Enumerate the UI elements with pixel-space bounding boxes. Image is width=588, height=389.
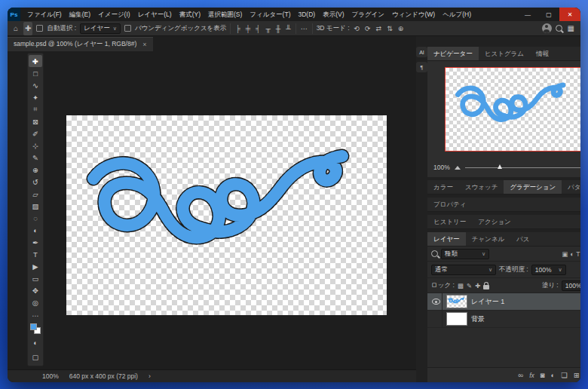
background-thumbnail[interactable] — [446, 312, 467, 326]
workspace-switcher-icon[interactable]: ▦ — [566, 22, 576, 35]
tab-paths[interactable]: パス — [510, 232, 535, 246]
lock-pixels-icon[interactable]: ✎ — [467, 282, 472, 289]
align-center-v-icon[interactable]: ╫ — [275, 25, 281, 32]
lock-all-icon[interactable] — [483, 285, 489, 289]
menu-type[interactable]: 書式(Y) — [176, 8, 204, 21]
3d-scale-icon[interactable]: ⊕ — [397, 25, 405, 32]
tab-swatches[interactable]: スウォッチ — [459, 180, 504, 194]
layer-group-icon[interactable]: ❏ — [561, 371, 568, 379]
auto-select-target-dropdown[interactable]: レイヤー ∨ — [80, 23, 121, 34]
move-tool[interactable]: ✚ — [29, 55, 42, 67]
ai-panel-icon[interactable]: AI — [416, 47, 427, 57]
layer-filter-kind-dropdown[interactable]: 種類 ∨ — [441, 249, 489, 259]
opacity-dropdown[interactable]: 100% ∨ — [531, 265, 566, 275]
crop-tool[interactable]: ⌗ — [29, 103, 42, 115]
adjustment-layer-icon[interactable]: ◐ — [551, 371, 556, 379]
history-brush-tool[interactable]: ↺ — [29, 176, 42, 188]
tab-actions[interactable]: アクション — [472, 215, 517, 228]
navigator-zoom-slider[interactable] — [465, 164, 580, 171]
zoom-slider-thumb[interactable] — [498, 164, 502, 169]
tab-channels[interactable]: チャンネル — [466, 232, 511, 246]
menu-plugins[interactable]: プラグイン — [348, 8, 388, 21]
foreground-color-swatch[interactable] — [30, 323, 37, 330]
navigator-zoom-value[interactable]: 100% — [433, 164, 450, 171]
quick-mask-icon[interactable]: ◐ — [29, 336, 42, 348]
lock-position-icon[interactable]: ✚ — [475, 282, 480, 289]
3d-drag-icon[interactable]: ⇄ — [375, 25, 383, 32]
menu-3d[interactable]: 3D(D) — [294, 8, 319, 21]
canvas[interactable] — [66, 115, 387, 315]
search-icon[interactable] — [556, 25, 562, 32]
dodge-tool[interactable]: ◐ — [29, 224, 42, 236]
new-layer-icon[interactable]: ⊞ — [574, 371, 580, 379]
more-options-icon[interactable]: ⋯ — [300, 25, 308, 32]
tab-layers[interactable]: レイヤー — [427, 232, 466, 246]
menu-help[interactable]: ヘルプ(H) — [439, 8, 475, 21]
frame-tool[interactable]: ⊠ — [29, 115, 42, 127]
close-button[interactable]: ✕ — [559, 8, 580, 21]
align-right-icon[interactable]: ╡ — [255, 25, 261, 32]
tab-navigator[interactable]: ナビゲーター — [427, 47, 479, 60]
eraser-tool[interactable]: ▱ — [29, 188, 42, 200]
filter-pixel-icon[interactable]: ▣ — [562, 250, 568, 258]
home-icon[interactable]: ⌂ — [12, 22, 20, 35]
tab-history[interactable]: ヒストリー — [427, 215, 472, 228]
screen-mode-icon[interactable]: ▢ — [29, 351, 42, 363]
hand-tool[interactable]: ✥ — [29, 284, 42, 296]
show-bounding-box-checkbox[interactable] — [124, 25, 131, 32]
visibility-cell[interactable] — [430, 311, 443, 327]
tab-gradients[interactable]: グラデーション — [504, 180, 562, 194]
active-tool-icon[interactable]: ✚ — [23, 22, 32, 35]
menu-select[interactable]: 選択範囲(S) — [204, 8, 246, 21]
layer1-thumbnail[interactable] — [446, 295, 467, 308]
lock-transparent-icon[interactable]: ▩ — [458, 282, 464, 289]
path-selection-tool[interactable]: ▶ — [29, 260, 42, 272]
layer-style-icon[interactable]: fx — [529, 372, 534, 379]
lasso-tool[interactable]: ∿ — [29, 79, 42, 91]
maximize-button[interactable]: ▢ — [538, 8, 559, 21]
marquee-tool[interactable]: □ — [29, 67, 42, 79]
layer-mask-icon[interactable]: ◙ — [541, 371, 545, 379]
3d-rotate-icon[interactable]: ⟲ — [354, 25, 361, 32]
clone-stamp-tool[interactable]: ⊕ — [29, 164, 42, 176]
blur-tool[interactable]: ◌ — [29, 212, 42, 224]
shape-tool[interactable]: ▭ — [29, 272, 42, 284]
align-bottom-icon[interactable]: ╨ — [285, 25, 291, 32]
visibility-eye-icon[interactable] — [432, 299, 440, 305]
layer-name[interactable]: 背景 — [471, 314, 485, 324]
menu-filter[interactable]: フィルター(T) — [246, 8, 294, 21]
document-tab[interactable]: sample.psd @ 100% (レイヤー 1, RGB/8#) × — [8, 37, 153, 51]
fill-dropdown[interactable]: 100% ∨ — [562, 280, 580, 291]
zoom-tool[interactable]: ◎ — [29, 296, 42, 308]
tab-info[interactable]: 情報 — [530, 47, 555, 60]
tab-color[interactable]: カラー — [427, 180, 459, 194]
minimize-button[interactable]: — — [517, 8, 538, 21]
healing-brush-tool[interactable]: ⊹ — [29, 139, 42, 152]
zoom-out-icon[interactable] — [455, 166, 461, 170]
paragraph-panel-icon[interactable]: ¶ — [416, 62, 427, 72]
navigator-proxy-view[interactable] — [445, 67, 580, 152]
3d-roll-icon[interactable]: ⟳ — [364, 25, 372, 32]
menu-image[interactable]: イメージ(I) — [94, 8, 134, 21]
tab-patterns[interactable]: パターン — [562, 180, 580, 194]
foreground-background-colors[interactable] — [30, 323, 41, 334]
edit-toolbar-icon[interactable]: ⋯ — [29, 309, 42, 321]
status-chevron-icon[interactable]: › — [149, 372, 151, 380]
link-layers-icon[interactable]: ∞ — [518, 371, 523, 379]
quick-selection-tool[interactable]: ✦ — [29, 91, 42, 103]
align-center-h-icon[interactable]: ╪ — [245, 25, 251, 32]
pen-tool[interactable]: ✒ — [29, 236, 42, 248]
layer-row-background[interactable]: 背景 — [427, 311, 580, 328]
menu-edit[interactable]: 編集(E) — [66, 8, 94, 21]
tab-properties[interactable]: プロパティ — [427, 198, 473, 211]
menu-view[interactable]: 表示(V) — [319, 8, 348, 21]
eyedropper-tool[interactable]: ✐ — [29, 127, 42, 139]
gradient-tool[interactable]: ▨ — [29, 200, 42, 212]
auto-select-checkbox[interactable] — [36, 25, 43, 32]
visibility-cell[interactable] — [430, 293, 443, 310]
tab-close-icon[interactable]: × — [142, 41, 146, 48]
menu-layer[interactable]: レイヤー(L) — [134, 8, 176, 21]
tab-histogram[interactable]: ヒストグラム — [479, 47, 530, 60]
filter-type-icon[interactable]: T — [576, 250, 580, 258]
align-top-icon[interactable]: ╥ — [265, 25, 271, 32]
